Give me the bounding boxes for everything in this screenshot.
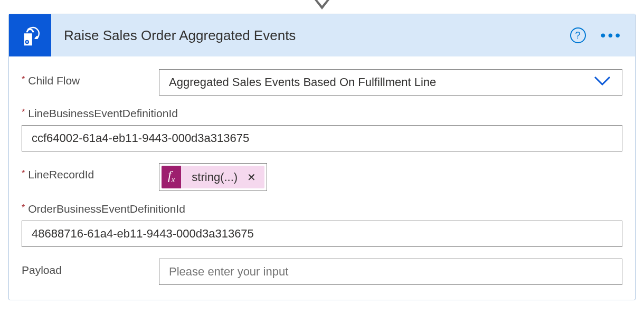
card-header[interactable]: Raise Sales Order Aggregated Events ? ••… bbox=[9, 14, 635, 56]
label-line-record-id: LineRecordId bbox=[22, 163, 159, 181]
more-icon: ••• bbox=[601, 27, 622, 43]
input-payload[interactable]: Please enter your input bbox=[159, 259, 622, 285]
chevron-down-icon bbox=[594, 76, 611, 89]
action-card: Raise Sales Order Aggregated Events ? ••… bbox=[8, 14, 636, 300]
field-row-order-biz-event-def-id: OrderBusinessEventDefinitionId 48688716-… bbox=[22, 203, 622, 247]
run-child-flow-icon bbox=[18, 23, 42, 47]
label-child-flow: Child Flow bbox=[22, 69, 159, 87]
fx-icon: fx bbox=[162, 166, 181, 188]
label-payload: Payload bbox=[22, 259, 159, 277]
help-button[interactable]: ? bbox=[570, 27, 586, 43]
label-order-biz-event-def-id: OrderBusinessEventDefinitionId bbox=[22, 203, 622, 215]
select-child-flow-value: Aggregated Sales Events Based On Fulfill… bbox=[169, 75, 436, 89]
card-title: Raise Sales Order Aggregated Events bbox=[51, 27, 570, 44]
flow-arrow-down bbox=[0, 0, 644, 12]
input-line-record-id[interactable]: fx string(...) ✕ bbox=[159, 163, 267, 191]
expression-token-text: string(...) bbox=[181, 170, 247, 184]
input-order-biz-event-def-id[interactable]: 48688716-61a4-eb11-9443-000d3a313675 bbox=[22, 221, 622, 247]
input-line-biz-event-def-id[interactable]: ccf64002-61a4-eb11-9443-000d3a313675 bbox=[22, 125, 622, 151]
field-row-payload: Payload Please enter your input bbox=[22, 259, 622, 285]
help-icon: ? bbox=[575, 30, 581, 41]
select-child-flow[interactable]: Aggregated Sales Events Based On Fulfill… bbox=[159, 69, 622, 96]
token-remove-button[interactable]: ✕ bbox=[247, 171, 264, 184]
card-body: Child Flow Aggregated Sales Events Based… bbox=[9, 56, 635, 300]
label-line-biz-event-def-id: LineBusinessEventDefinitionId bbox=[22, 107, 622, 120]
field-row-line-biz-event-def-id: LineBusinessEventDefinitionId ccf64002-6… bbox=[22, 107, 622, 151]
child-flow-icon-tile bbox=[9, 14, 51, 56]
more-menu-button[interactable]: ••• bbox=[596, 33, 627, 38]
field-row-line-record-id: LineRecordId fx string(...) ✕ bbox=[22, 163, 622, 191]
field-row-child-flow: Child Flow Aggregated Sales Events Based… bbox=[22, 69, 622, 96]
placeholder-payload: Please enter your input bbox=[169, 265, 288, 279]
value-order-biz-event-def-id: 48688716-61a4-eb11-9443-000d3a313675 bbox=[32, 227, 254, 241]
value-line-biz-event-def-id: ccf64002-61a4-eb11-9443-000d3a313675 bbox=[32, 131, 249, 145]
expression-token[interactable]: fx string(...) ✕ bbox=[162, 166, 264, 188]
